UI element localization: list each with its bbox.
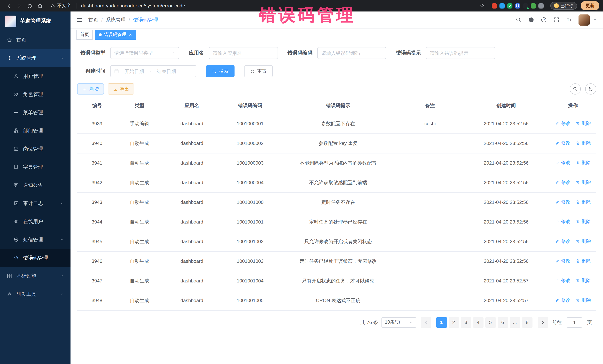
drop-extension-icon[interactable] <box>499 3 504 8</box>
sidebar-item-home[interactable]: 首页 <box>0 31 70 49</box>
sidebar-item-dict-management[interactable]: 字典管理 <box>0 158 70 176</box>
sidebar-item-menu-management[interactable]: 菜单管理 <box>0 103 70 121</box>
edit-link[interactable]: 修改 <box>555 258 570 264</box>
edit-link[interactable]: 修改 <box>555 160 570 166</box>
header-icons: ?TT <box>515 17 572 23</box>
chevron-down-icon <box>408 320 413 325</box>
reset-button[interactable]: 重置 <box>244 65 273 77</box>
delete-link[interactable]: 删除 <box>576 219 591 225</box>
close-icon[interactable] <box>128 33 132 37</box>
delete-link[interactable]: 删除 <box>576 258 591 264</box>
tab-error-code-management[interactable]: 错误码管理 <box>95 30 136 39</box>
leaf-extension-icon[interactable] <box>531 3 536 8</box>
edit-link[interactable]: 修改 <box>555 140 570 146</box>
sidebar-item-system-management[interactable]: 系统管理 <box>0 49 70 67</box>
tab-home[interactable]: 首页 <box>76 30 93 39</box>
edit-link[interactable]: 修改 <box>555 219 570 225</box>
delete-link[interactable]: 删除 <box>576 140 591 146</box>
refresh-table-button[interactable] <box>585 83 596 95</box>
github-icon[interactable] <box>528 17 534 23</box>
security-chip[interactable]: 不安全 <box>50 3 71 9</box>
breadcrumb-item[interactable]: 系统管理 <box>106 16 126 23</box>
sidebar-item-dev-tools[interactable]: 研发工具 <box>0 285 70 303</box>
sidebar-item-error-code-management[interactable]: 错误码管理 <box>0 249 70 267</box>
reload-icon[interactable] <box>27 3 33 9</box>
sidebar-item-user-management[interactable]: 用户管理 <box>0 67 70 85</box>
fullscreen-icon[interactable] <box>553 17 560 23</box>
home-icon[interactable] <box>37 3 43 9</box>
sidebar-logo[interactable]: 芋道管理系统 <box>0 11 70 31</box>
pagination-page-6[interactable]: 6 <box>498 317 508 328</box>
update-browser-button[interactable]: 更新 <box>581 1 599 10</box>
pagination-page-8[interactable]: 8 <box>522 317 532 328</box>
sidebar-item-notice-announcement[interactable]: 通知公告 <box>0 176 70 194</box>
pagination-page-2[interactable]: 2 <box>448 317 459 328</box>
sidebar-item-label: 岗位管理 <box>23 145 43 152</box>
pagination-prev[interactable] <box>421 317 431 328</box>
sidebar-item-infrastructure[interactable]: 基础设施 <box>0 267 70 285</box>
sidebar-item-post-management[interactable]: 岗位管理 <box>0 140 70 158</box>
filter-input-error-code[interactable] <box>317 47 386 59</box>
user-avatar[interactable] <box>579 14 590 25</box>
question-icon[interactable]: ? <box>541 17 547 23</box>
filter-select-error-code-type[interactable]: 请选择错误码类型 <box>110 47 179 59</box>
edit-link[interactable]: 修改 <box>555 238 570 245</box>
cell-type: 自动生成 <box>117 153 162 173</box>
grid-extension-icon[interactable] <box>515 3 520 8</box>
date-start-input[interactable] <box>121 68 148 74</box>
delete-link[interactable]: 删除 <box>576 160 591 166</box>
delete-link[interactable]: 删除 <box>576 179 591 186</box>
bookmark-star-icon[interactable] <box>479 3 485 9</box>
sidebar-item-audit-log[interactable]: 审计日志 <box>0 194 70 212</box>
pagination-page-1[interactable]: 1 <box>436 317 447 328</box>
hamburger-icon[interactable] <box>76 16 83 23</box>
record-extension-icon[interactable] <box>491 3 497 8</box>
column-header: 操作 <box>550 98 596 114</box>
pagination-next[interactable] <box>537 317 548 328</box>
goto-page-input[interactable] <box>567 317 582 328</box>
paused-badge[interactable]: 已暂停 <box>550 2 577 10</box>
pagination-page-3[interactable]: 3 <box>461 317 471 328</box>
search-button[interactable]: 搜索 <box>206 65 234 77</box>
date-end-input[interactable] <box>153 68 180 74</box>
delete-link[interactable]: 删除 <box>576 297 591 304</box>
page-size-select[interactable]: 10条/页 <box>382 317 416 328</box>
search-icon[interactable] <box>515 17 522 23</box>
sidebar-item-sms-management[interactable]: 短信管理 <box>0 231 70 249</box>
delete-link[interactable]: 删除 <box>576 278 591 284</box>
breadcrumb-item[interactable]: 首页 <box>88 16 98 23</box>
sidebar-item-role-management[interactable]: 角色管理 <box>0 85 70 103</box>
edit-link[interactable]: 修改 <box>555 199 570 205</box>
address-bar[interactable]: dashboard.yudao.iocoder.cn/system/error-… <box>81 3 185 9</box>
date-separator: - <box>150 68 151 74</box>
edit-icon <box>555 298 560 303</box>
edit-link[interactable]: 修改 <box>555 278 570 284</box>
cell-actions: 修改删除 <box>550 232 596 251</box>
sidebar-item-dept-management[interactable]: 部门管理 <box>0 121 70 140</box>
vpn-extension-icon[interactable] <box>523 3 528 8</box>
delete-link[interactable]: 删除 <box>576 238 591 245</box>
sidebar-item-online-users[interactable]: 在线用户 <box>0 212 70 231</box>
edit-label: 修改 <box>561 140 570 146</box>
add-button[interactable]: 新增 <box>77 83 104 95</box>
filter-input-app-name[interactable] <box>209 47 278 59</box>
column-header: 编号 <box>77 98 117 114</box>
back-icon[interactable] <box>6 3 12 9</box>
check-extension-icon[interactable] <box>507 3 512 8</box>
toggle-search-button[interactable] <box>570 83 581 95</box>
export-button[interactable]: 导出 <box>108 83 134 95</box>
font-size-icon[interactable]: TT <box>566 17 572 23</box>
filter-input-error-hint[interactable] <box>426 47 495 59</box>
pin-extension-icon[interactable] <box>538 3 544 8</box>
caret-down-icon[interactable] <box>593 18 597 22</box>
delete-link[interactable]: 删除 <box>576 199 591 205</box>
delete-link[interactable]: 删除 <box>576 121 591 127</box>
edit-link[interactable]: 修改 <box>555 121 570 127</box>
pagination-page-5[interactable]: 5 <box>485 317 496 328</box>
pagination-ellipsis[interactable]: ... <box>510 317 520 328</box>
date-range-picker[interactable]: - <box>110 65 196 77</box>
edit-link[interactable]: 修改 <box>555 179 570 186</box>
edit-link[interactable]: 修改 <box>555 297 570 304</box>
forward-icon[interactable] <box>16 3 22 9</box>
pagination-page-4[interactable]: 4 <box>473 317 483 328</box>
